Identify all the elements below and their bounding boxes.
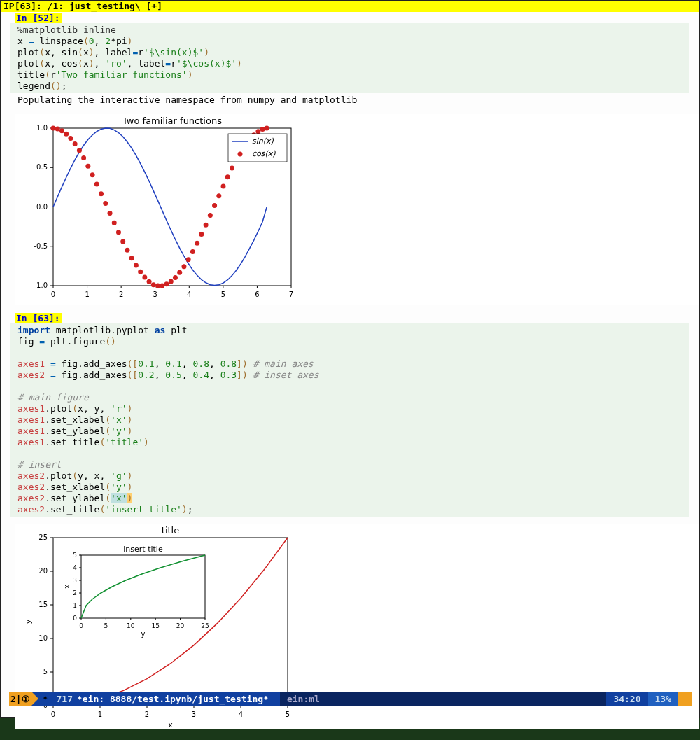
svg-point-56: [173, 275, 178, 280]
svg-point-62: [199, 232, 204, 237]
svg-point-47: [134, 263, 139, 268]
svg-text:3: 3: [192, 711, 196, 718]
svg-text:0.5: 0.5: [36, 163, 48, 171]
svg-point-37: [90, 172, 95, 177]
svg-text:-1.0: -1.0: [34, 281, 48, 289]
chart-1: Two familiar functions01234567-1.0-0.50.…: [15, 114, 699, 305]
svg-point-28: [51, 126, 56, 131]
svg-text:6: 6: [255, 291, 259, 298]
svg-point-52: [155, 284, 160, 288]
svg-point-32: [68, 136, 73, 141]
svg-point-77: [265, 126, 270, 131]
separator-icon: [31, 692, 38, 706]
svg-point-67: [221, 184, 226, 189]
svg-point-54: [164, 281, 169, 286]
svg-point-38: [94, 182, 99, 187]
svg-text:20: 20: [38, 567, 48, 575]
svg-point-40: [103, 201, 108, 206]
status-mode: ein:ml: [280, 692, 327, 706]
status-badge-text: 2|①: [10, 694, 30, 704]
svg-text:title: title: [162, 525, 179, 536]
svg-text:y: y: [24, 619, 33, 624]
title-bar-text: IP[63]: /1: just_testing\ [+]: [4, 1, 162, 11]
svg-point-68: [225, 174, 230, 179]
svg-point-33: [73, 141, 78, 146]
status-modified: *: [38, 694, 52, 704]
svg-point-75: [255, 129, 260, 134]
svg-point-43: [116, 230, 121, 235]
svg-text:cos(x): cos(x): [252, 149, 276, 158]
svg-text:2: 2: [119, 291, 123, 298]
svg-text:25: 25: [38, 533, 48, 541]
svg-point-42: [112, 221, 117, 225]
svg-point-81: [238, 152, 243, 157]
svg-text:x: x: [168, 720, 173, 727]
svg-text:0.0: 0.0: [36, 203, 48, 211]
cell-1-code[interactable]: %matplotlib inline x = linspace(0, 2*pi)…: [10, 23, 690, 93]
svg-text:0: 0: [73, 615, 77, 622]
svg-point-59: [186, 257, 191, 262]
svg-point-61: [195, 241, 200, 246]
svg-point-41: [108, 211, 113, 216]
svg-point-30: [59, 128, 64, 133]
svg-point-55: [169, 279, 174, 284]
svg-text:4: 4: [187, 291, 191, 298]
status-position: 34:20: [606, 694, 648, 704]
svg-text:10: 10: [38, 634, 48, 642]
svg-text:0: 0: [79, 622, 83, 629]
svg-rect-111: [81, 555, 205, 618]
status-line-count: 717: [52, 694, 76, 704]
cell-1-output-text: Populating the interactive namespace fro…: [10, 93, 690, 107]
svg-text:5: 5: [286, 711, 290, 718]
svg-text:2: 2: [145, 711, 149, 718]
svg-point-45: [125, 248, 130, 253]
svg-text:sin(x): sin(x): [252, 137, 274, 146]
separator-icon: [273, 692, 280, 706]
status-badge: 2|①: [9, 692, 31, 706]
editor-window: IP[63]: /1: just_testing\ [+] In [52]: %…: [0, 0, 700, 718]
svg-point-39: [99, 191, 104, 196]
status-bar: 2|① * 717 *ein: 8888/test.ipynb/just_tes…: [9, 692, 692, 706]
svg-point-57: [177, 270, 182, 275]
svg-point-29: [55, 126, 60, 131]
svg-point-65: [212, 203, 217, 208]
chart-1-svg: Two familiar functions01234567-1.0-0.50.…: [15, 114, 295, 303]
cell-1[interactable]: In [52]: %matplotlib inline x = linspace…: [1, 12, 699, 305]
svg-text:Two familiar functions: Two familiar functions: [122, 116, 222, 126]
svg-text:5: 5: [73, 552, 77, 559]
cell-1-prompt: In [52]:: [15, 13, 62, 23]
svg-point-76: [260, 127, 265, 132]
svg-point-46: [130, 256, 134, 260]
svg-point-60: [190, 249, 195, 254]
svg-point-64: [208, 213, 213, 218]
svg-text:-0.5: -0.5: [34, 242, 48, 250]
svg-text:0: 0: [51, 291, 55, 298]
svg-text:10: 10: [127, 622, 135, 629]
svg-point-66: [216, 193, 221, 198]
svg-text:5: 5: [221, 291, 225, 298]
svg-text:15: 15: [38, 601, 48, 608]
svg-point-63: [204, 223, 209, 228]
svg-text:5: 5: [43, 668, 48, 676]
cell-2-code[interactable]: import matplotlib.pyplot as plt fig = pl…: [10, 323, 690, 517]
svg-point-50: [147, 279, 152, 284]
svg-text:1.0: 1.0: [36, 124, 48, 132]
svg-text:1: 1: [85, 291, 89, 298]
cell-2-prompt: In [63]:: [15, 313, 62, 323]
status-spacer: [327, 692, 607, 706]
svg-text:5: 5: [104, 622, 108, 629]
svg-text:7: 7: [289, 291, 293, 298]
svg-point-35: [81, 155, 86, 160]
status-end-block: [678, 692, 692, 706]
svg-text:25: 25: [201, 622, 209, 629]
svg-point-31: [64, 132, 69, 137]
svg-text:20: 20: [176, 622, 185, 629]
cell-2[interactable]: In [63]: import matplotlib.pyplot as plt…: [1, 312, 699, 729]
svg-text:4: 4: [73, 564, 77, 571]
svg-text:x: x: [63, 585, 71, 589]
svg-point-58: [181, 264, 186, 269]
svg-text:y: y: [141, 630, 146, 638]
svg-point-53: [160, 283, 164, 288]
svg-text:3: 3: [153, 291, 158, 298]
svg-point-49: [142, 274, 147, 279]
